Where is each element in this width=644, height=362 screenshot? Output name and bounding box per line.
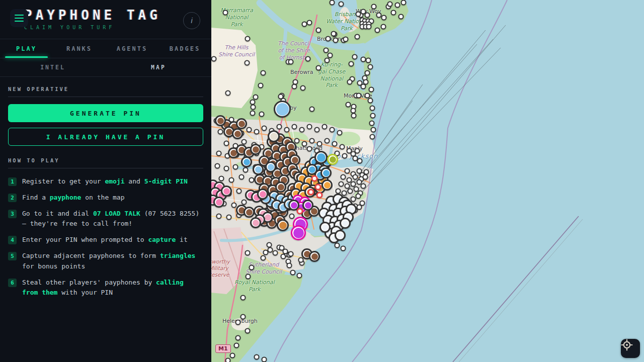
claimed-payphone-marker-monkey[interactable]: [232, 128, 243, 139]
payphone-marker[interactable]: [346, 102, 351, 108]
claimed-payphone-marker-wave[interactable]: [314, 151, 328, 164]
payphone-marker[interactable]: [302, 141, 307, 147]
payphone-marker[interactable]: [356, 93, 362, 99]
tab-ranks[interactable]: RANKS: [53, 39, 106, 58]
payphone-marker[interactable]: [368, 98, 373, 104]
payphone-marker[interactable]: [325, 138, 330, 144]
claimed-payphone-marker-croissant[interactable]: [321, 179, 333, 191]
map-view[interactable]: Marramarra National ParkBrisbane Water N…: [211, 0, 644, 362]
subtab-intel[interactable]: INTEL: [0, 58, 106, 76]
payphone-marker[interactable]: [332, 141, 338, 147]
payphone-marker[interactable]: [235, 320, 241, 325]
payphone-marker[interactable]: [370, 106, 375, 111]
payphone-marker[interactable]: [307, 20, 312, 26]
payphone-marker[interactable]: [331, 31, 337, 37]
payphone-marker[interactable]: [219, 176, 224, 182]
payphone-marker[interactable]: [363, 174, 368, 180]
payphone-marker[interactable]: [225, 358, 231, 362]
payphone-marker[interactable]: [366, 24, 372, 30]
payphone-marker[interactable]: [355, 34, 360, 40]
payphone-marker[interactable]: [366, 58, 371, 63]
payphone-marker[interactable]: [300, 85, 306, 91]
payphone-marker[interactable]: [395, 3, 400, 8]
payphone-marker[interactable]: [231, 203, 237, 208]
payphone-marker[interactable]: [326, 36, 331, 42]
payphone-marker[interactable]: [398, 14, 404, 20]
payphone-marker[interactable]: [340, 144, 345, 150]
payphone-marker[interactable]: [283, 249, 288, 254]
payphone-marker[interactable]: [262, 126, 267, 131]
payphone-marker[interactable]: [234, 343, 239, 348]
claimed-payphone-marker-monkey[interactable]: [309, 251, 320, 262]
claimed-payphone-marker-monkey[interactable]: [215, 115, 226, 126]
payphone-marker[interactable]: [293, 79, 298, 85]
payphone-marker[interactable]: [273, 250, 278, 256]
payphone-marker[interactable]: [371, 4, 377, 10]
payphone-marker[interactable]: [330, 127, 335, 133]
payphone-marker[interactable]: [242, 200, 247, 205]
payphone-marker[interactable]: [316, 65, 321, 71]
payphone-marker[interactable]: [345, 168, 350, 174]
claimed-payphone-marker-flamingo[interactable]: [257, 189, 268, 200]
payphone-marker[interactable]: [247, 127, 252, 133]
payphone-marker[interactable]: [307, 146, 312, 152]
payphone-marker[interactable]: [288, 59, 294, 65]
payphone-marker[interactable]: [284, 127, 290, 133]
payphone-marker[interactable]: [261, 70, 266, 76]
claimed-payphone-marker-flamingo[interactable]: [213, 197, 224, 208]
payphone-marker[interactable]: [337, 130, 343, 136]
claimed-payphone-marker-red[interactable]: [316, 192, 323, 199]
payphone-marker[interactable]: [357, 205, 362, 210]
tab-play[interactable]: PLAY: [0, 39, 53, 58]
hamburger-menu-button[interactable]: [10, 9, 28, 27]
payphone-marker[interactable]: [245, 36, 251, 42]
payphone-marker[interactable]: [297, 273, 302, 279]
payphone-marker[interactable]: [249, 265, 255, 270]
payphone-marker[interactable]: [336, 189, 341, 194]
payphone-marker[interactable]: [316, 28, 321, 33]
claimed-payphone-marker-monkey[interactable]: [250, 144, 261, 155]
payphone-marker[interactable]: [370, 113, 376, 119]
payphone-marker[interactable]: [339, 182, 344, 187]
payphone-marker[interactable]: [330, 0, 335, 6]
claimed-payphone-marker-pig[interactable]: [250, 217, 261, 228]
claimed-payphone-marker-diamond[interactable]: [274, 101, 291, 118]
payphone-marker[interactable]: [370, 134, 375, 140]
payphone-marker[interactable]: [314, 127, 320, 133]
payphone-marker[interactable]: [322, 124, 328, 130]
payphone-marker[interactable]: [343, 37, 349, 42]
payphone-marker[interactable]: [381, 15, 387, 21]
payphone-marker[interactable]: [381, 24, 386, 30]
payphone-marker[interactable]: [351, 113, 357, 119]
payphone-marker[interactable]: [347, 79, 353, 85]
claimed-payphone-marker-devil[interactable]: [302, 200, 313, 211]
claimed-payphone-marker-diamond[interactable]: [265, 161, 276, 172]
claimed-payphone-marker-diamond[interactable]: [253, 164, 264, 175]
payphone-marker[interactable]: [233, 164, 238, 170]
payphone-marker[interactable]: [307, 124, 312, 130]
payphone-marker[interactable]: [223, 10, 228, 16]
tab-agents[interactable]: AGENTS: [106, 39, 158, 58]
payphone-marker[interactable]: [216, 214, 222, 219]
locate-me-button[interactable]: [621, 339, 640, 358]
claimed-payphone-marker-cloud[interactable]: [340, 218, 351, 229]
payphone-marker[interactable]: [290, 270, 296, 276]
claimed-payphone-marker-flamingo[interactable]: [221, 186, 232, 197]
payphone-marker[interactable]: [341, 174, 346, 180]
claimed-payphone-marker-red[interactable]: [315, 184, 321, 191]
payphone-marker[interactable]: [317, 141, 323, 147]
payphone-marker[interactable]: [251, 105, 256, 110]
payphone-marker[interactable]: [277, 124, 282, 130]
payphone-marker[interactable]: [211, 56, 217, 62]
payphone-marker[interactable]: [369, 121, 375, 126]
payphone-marker[interactable]: [375, 28, 380, 33]
info-button[interactable]: i: [183, 12, 200, 29]
payphone-marker[interactable]: [361, 184, 366, 189]
payphone-marker[interactable]: [391, 10, 396, 16]
payphone-marker[interactable]: [253, 95, 259, 100]
claimed-payphone-marker-monkey[interactable]: [244, 207, 255, 218]
payphone-marker[interactable]: [216, 151, 222, 156]
payphone-marker[interactable]: [245, 328, 251, 334]
payphone-marker[interactable]: [339, 2, 344, 7]
payphone-marker[interactable]: [365, 13, 370, 18]
